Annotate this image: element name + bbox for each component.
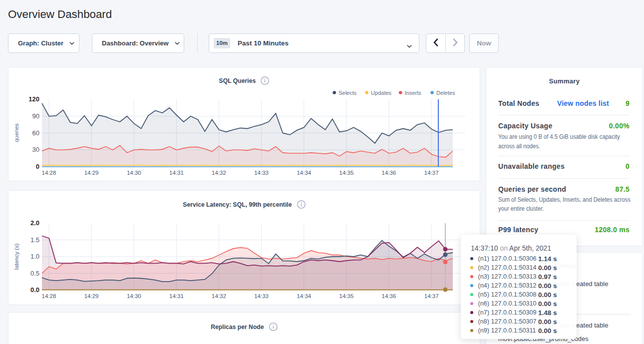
svg-text:14:36: 14:36 [382,293,396,299]
svg-text:14:37: 14:37 [424,293,439,299]
svg-text:1.0: 1.0 [30,253,39,260]
svg-text:latency (s): latency (s) [13,243,19,270]
svg-text:14:33: 14:33 [254,170,269,176]
svg-text:14:36: 14:36 [382,170,396,176]
svg-text:14:31: 14:31 [169,170,184,176]
svg-text:0.0: 0.0 [30,286,39,294]
svg-text:120: 120 [28,95,39,103]
svg-text:14:34: 14:34 [297,293,311,299]
svg-text:14:33: 14:33 [254,293,269,299]
svg-text:14:31: 14:31 [169,293,184,299]
svg-text:14:30: 14:30 [127,293,141,299]
svg-text:2.0: 2.0 [30,219,39,227]
svg-text:14:32: 14:32 [212,170,226,176]
svg-text:14:35: 14:35 [339,293,354,299]
svg-text:14:28: 14:28 [42,293,56,299]
svg-text:14:35: 14:35 [339,170,354,176]
svg-text:0.5: 0.5 [30,270,39,277]
svg-text:0: 0 [36,163,39,170]
svg-text:14:28: 14:28 [42,170,56,176]
svg-text:Deletes: Deletes [436,90,455,96]
svg-text:Inserts: Inserts [405,90,422,96]
svg-text:1.5: 1.5 [30,236,39,244]
svg-text:queries: queries [13,123,19,142]
svg-text:30: 30 [32,146,39,153]
svg-text:14:32: 14:32 [212,293,226,299]
svg-text:60: 60 [32,129,39,137]
svg-text:Updates: Updates [371,90,391,96]
svg-text:Selects: Selects [338,90,357,96]
svg-text:14:29: 14:29 [84,170,99,176]
svg-text:14:37: 14:37 [424,170,439,176]
svg-text:90: 90 [32,112,39,120]
svg-text:14:34: 14:34 [297,170,311,176]
svg-text:14:29: 14:29 [84,293,99,299]
svg-text:14:30: 14:30 [127,170,141,176]
